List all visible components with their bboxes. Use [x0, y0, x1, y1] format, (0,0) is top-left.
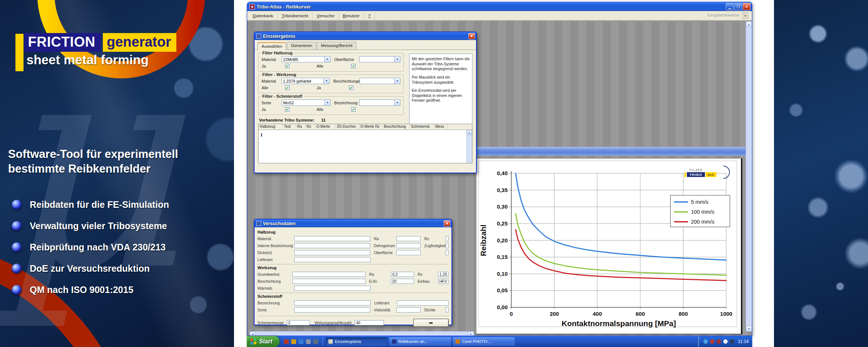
horizontal-scrollbar[interactable]: ◄ ►: [249, 331, 474, 336]
versuchsdaten-close-button[interactable]: ✕: [444, 220, 450, 227]
close-button[interactable]: ✕: [743, 3, 750, 10]
ra-input[interactable]: [396, 236, 421, 241]
checkbox-checked[interactable]: ✔: [285, 64, 289, 68]
werkzeug-rz-input[interactable]: 1,25: [438, 272, 449, 277]
column-header[interactable]: O-Werte: [315, 124, 336, 130]
column-header[interactable]: Halbzeug: [259, 124, 283, 130]
shield-icon[interactable]: [730, 339, 734, 344]
viskositaet-input[interactable]: [396, 307, 421, 312]
material-input[interactable]: [294, 236, 370, 241]
tribosystem-table[interactable]: HalbzeugTestRaRzO-Werte2D-Durchm.O-Werte…: [258, 124, 472, 163]
checkbox-checked[interactable]: ✔: [351, 107, 356, 112]
waermebehandlung-input[interactable]: [294, 286, 371, 291]
wirkung-input[interactable]: 40: [354, 320, 384, 325]
tab-messungbericht[interactable]: Messung/Bericht: [317, 42, 357, 50]
column-header[interactable]: 2D-Durchm.: [336, 124, 359, 130]
menu-item-tribobersicht[interactable]: Triboübersicht: [278, 12, 313, 19]
media-icon[interactable]: [306, 339, 311, 344]
menu-item-benutzer[interactable]: Benutzer: [339, 12, 364, 19]
main-titlebar[interactable]: ◈ Tribo-Atlas - Reibkurver ▁ ❐ ✕: [247, 2, 752, 11]
dropdown-icon[interactable]: ▼: [324, 78, 329, 84]
extra-input[interactable]: [446, 250, 449, 255]
dicke-input[interactable]: [294, 250, 370, 255]
dropdown-icon[interactable]: ▼: [325, 56, 331, 62]
beschichtung-input[interactable]: [292, 279, 365, 284]
checkbox-checked[interactable]: ✔: [351, 64, 356, 68]
gkl-input[interactable]: 20: [391, 279, 414, 284]
start-button[interactable]: Start: [247, 336, 280, 347]
rz-input[interactable]: [446, 236, 449, 241]
maximize-button[interactable]: ❐: [734, 3, 742, 10]
oberflaeche-input[interactable]: [396, 250, 421, 255]
zugfestigkeit-input[interactable]: [446, 243, 449, 248]
sorte-input[interactable]: [294, 307, 370, 312]
column-header[interactable]: O-Werte Rz: [359, 124, 383, 130]
column-header[interactable]: Rz: [306, 124, 315, 130]
filter-combobox[interactable]: 1.2379 gehärtet▼: [281, 78, 329, 84]
background-window-titlebar[interactable]: [472, 147, 746, 156]
dropdown-icon[interactable]: ▼: [395, 78, 400, 84]
dropdown-icon[interactable]: ▼: [395, 56, 400, 62]
scroll-up-icon[interactable]: ▲: [467, 130, 472, 135]
grundwerkstoff-input[interactable]: [292, 272, 365, 277]
ie-icon[interactable]: [299, 339, 303, 344]
checkbox-checked[interactable]: ✔: [285, 107, 289, 112]
minimize-button[interactable]: ▁: [726, 3, 734, 10]
volume-icon[interactable]: [710, 339, 714, 344]
field-label: Oberfläche: [370, 250, 397, 255]
dropdown-icon[interactable]: ▼: [325, 100, 331, 106]
desktop-icon[interactable]: [313, 339, 318, 344]
vertical-scrollbar[interactable]: ▲ ▼: [746, 21, 752, 332]
bullet-sphere-icon: [12, 221, 22, 231]
bullet-text: Reibdaten für die FE-Simulation: [30, 199, 169, 210]
werkzeug-ra-input[interactable]: 0,2: [391, 272, 414, 277]
column-header[interactable]: Beschichtung: [383, 124, 410, 130]
einbau-input[interactable]: HFV: [438, 279, 449, 284]
mail-icon[interactable]: [291, 339, 296, 344]
menu-item-datenbank[interactable]: Datenbank: [249, 12, 278, 19]
exit-button[interactable]: ➥: [413, 319, 449, 327]
column-header[interactable]: Mess: [434, 124, 447, 130]
user-hint-dropdown[interactable]: ▼: [742, 13, 748, 19]
column-header[interactable]: Schmiermit.: [410, 124, 434, 130]
dichte-input[interactable]: [446, 307, 449, 312]
lieferant-input[interactable]: [294, 257, 371, 262]
column-header[interactable]: Test: [283, 124, 296, 130]
einzelergebnis-close-button[interactable]: ✕: [468, 33, 475, 39]
scroll-up-icon[interactable]: ▲: [746, 21, 752, 27]
menu-item-?[interactable]: ?: [364, 12, 375, 19]
filter-combobox[interactable]: MoS2▼: [282, 100, 331, 106]
einzelergebnis-titlebar[interactable]: Einzelergebnis ✕: [255, 32, 476, 40]
svg-text:1000: 1000: [720, 311, 732, 317]
chart-window[interactable]: 0,000,050,100,150,200,250,300,350,400200…: [476, 158, 742, 335]
tab-generieren[interactable]: Generieren: [287, 42, 316, 50]
document-icon[interactable]: [284, 339, 289, 344]
schmierstoff-lieferant-input[interactable]: [397, 300, 449, 306]
versuchsdaten-titlebar[interactable]: Versuchsdaten ✕: [255, 220, 451, 227]
schmierstoff-bezeichnung-input[interactable]: [294, 300, 371, 306]
dehngrenze-input[interactable]: [396, 243, 421, 248]
update-icon[interactable]: [717, 339, 721, 344]
filter-combobox[interactable]: 22MnB5▼: [282, 56, 331, 62]
checkbox-checked[interactable]: ✔: [349, 86, 353, 90]
scroll-down-icon[interactable]: ▼: [746, 326, 752, 332]
menu-item-versuche[interactable]: Versuche: [313, 12, 339, 19]
schmiermenge-input[interactable]: 2: [287, 320, 310, 325]
tab-auswhlen[interactable]: Auswählen: [257, 42, 286, 50]
taskbar-task-reibkurvenan[interactable]: Reibkurven an...: [389, 337, 451, 346]
bezeichnung-input[interactable]: [294, 243, 370, 248]
taskbar-task-corelphoto[interactable]: Corel PHOTO-...: [453, 337, 515, 346]
field-label: Beschichtung: [257, 279, 292, 283]
clock-icon[interactable]: [723, 339, 728, 344]
table-scrollbar[interactable]: ▲: [467, 130, 472, 163]
network-icon[interactable]: [703, 339, 708, 344]
checkbox-checked[interactable]: ✔: [285, 86, 289, 90]
dropdown-icon[interactable]: ▼: [395, 100, 400, 106]
filter-combobox[interactable]: ▼: [359, 56, 400, 62]
scroll-right-icon[interactable]: ►: [468, 332, 474, 336]
filter-combobox[interactable]: ▼: [360, 78, 400, 84]
scroll-left-icon[interactable]: ◄: [250, 332, 256, 336]
filter-combobox[interactable]: ▼: [359, 100, 400, 106]
taskbar-task-einzelergebnis[interactable]: Einzelergebnis: [326, 337, 388, 346]
column-header[interactable]: Ra: [296, 124, 306, 130]
